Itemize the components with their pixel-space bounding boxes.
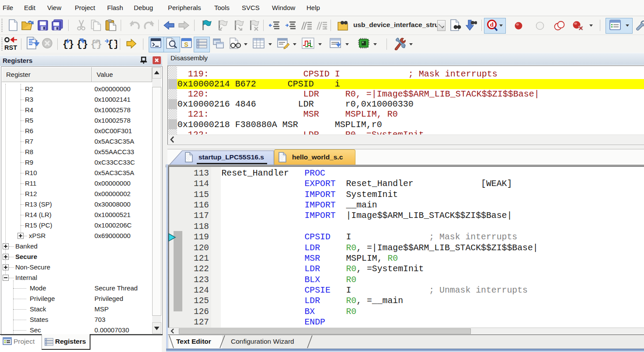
svg-text:d: d [490,21,494,28]
svg-text:{}: {} [63,39,74,50]
svg-text:S: S [184,41,188,48]
svg-text:RST: RST [4,44,17,51]
svg-text:t: t [310,39,311,44]
svg-text:{}: {} [108,39,117,50]
